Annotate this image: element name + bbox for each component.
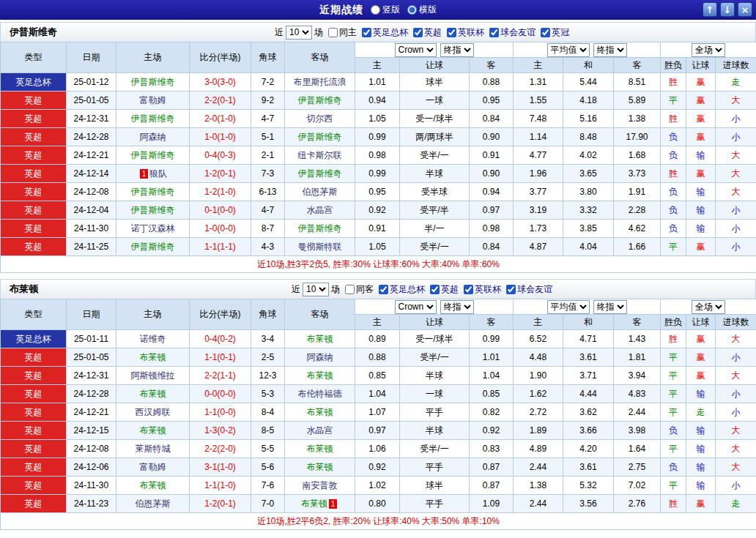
result-goals: 大 — [716, 440, 756, 458]
team-link[interactable]: 纽卡斯尔联 — [298, 150, 342, 160]
team-link[interactable]: 布莱顿 — [307, 462, 333, 472]
away-team-cell: 布莱顿 — [285, 458, 355, 477]
result-goals: 走 — [716, 495, 756, 513]
team-link[interactable]: 伊普斯维奇 — [131, 113, 175, 124]
league-filter-eflcup[interactable]: 英联杯 — [444, 26, 484, 39]
subcol-odds-away: 客 — [470, 58, 514, 73]
scroll-up-button[interactable]: ↑ — [703, 2, 717, 17]
league-filter-epl[interactable]: 英超 — [410, 26, 442, 39]
average-select[interactable]: 平均值 — [547, 43, 590, 57]
team-link[interactable]: 伊普斯维奇 — [298, 132, 342, 142]
scroll-down-button[interactable]: ↓ — [720, 2, 735, 17]
team-link[interactable]: 阿森纳 — [307, 352, 333, 362]
avg-ref-select[interactable]: 终指 — [593, 43, 627, 57]
odds-ref-select[interactable]: 终指 — [440, 300, 474, 314]
team-link[interactable]: 水晶宫 — [307, 205, 333, 215]
team-link[interactable]: 布莱顿 — [140, 352, 166, 362]
layout-option-horizontal[interactable]: 横版 — [407, 4, 437, 16]
team-link[interactable]: 伊普斯维奇 — [131, 77, 175, 87]
result-wdl: 负 — [661, 458, 686, 477]
league-filter-friendly[interactable]: 球会友谊 — [486, 26, 536, 39]
league-filter-friendly[interactable]: 球会友谊 — [503, 283, 552, 296]
vertical-radio[interactable] — [371, 5, 380, 15]
same-venue-filter[interactable]: 同主 — [325, 26, 357, 39]
result-goals: 小 — [716, 201, 756, 220]
league-filter-eflcup[interactable]: 英联杯 — [461, 283, 501, 296]
team-link[interactable]: 南安普敦 — [303, 480, 338, 490]
score-cell: 1-0(1-0) — [190, 128, 251, 146]
team-link[interactable]: 伊普斯维奇 — [131, 205, 175, 215]
bookmaker-select[interactable]: Crown — [395, 43, 437, 57]
team-link[interactable]: 曼彻斯特联 — [298, 242, 342, 252]
epl-checkbox[interactable] — [413, 28, 423, 37]
match-count-select[interactable]: 10 — [286, 26, 312, 40]
team-link[interactable]: 莱斯特城 — [136, 444, 171, 454]
same-venue-checkbox[interactable] — [345, 285, 355, 294]
team-link[interactable]: 水晶宫 — [307, 425, 333, 436]
score-cell: 1-1(0-0) — [190, 403, 251, 422]
fulltime-select[interactable]: 全场 — [692, 43, 725, 57]
team-link[interactable]: 布莱顿 — [307, 370, 333, 381]
close-button[interactable]: × — [738, 2, 752, 17]
fulltime-select[interactable]: 全场 — [692, 300, 725, 314]
col-header-corner: 角球 — [251, 299, 285, 330]
team-link[interactable]: 布莱顿 — [307, 334, 333, 344]
championship-checkbox[interactable] — [541, 28, 550, 37]
team-link[interactable]: 伯恩茅斯 — [136, 498, 171, 509]
team-link[interactable]: 富勒姆 — [140, 95, 166, 105]
team-link[interactable]: 诺维奇 — [140, 334, 166, 344]
eflcup-checkbox[interactable] — [464, 285, 473, 294]
average-select[interactable]: 平均值 — [547, 300, 590, 314]
team-link[interactable]: 伊普斯维奇 — [298, 95, 342, 105]
handicap-away-odds: 0.84 — [470, 110, 514, 128]
friendly-checkbox[interactable] — [506, 285, 516, 294]
away-team-cell: 伊普斯维奇 — [285, 220, 355, 238]
team-link[interactable]: 富勒姆 — [140, 462, 166, 472]
team-link[interactable]: 阿森纳 — [140, 132, 166, 142]
team-link[interactable]: 伊普斯维奇 — [298, 168, 342, 179]
team-link[interactable]: 布莱顿 — [140, 389, 166, 399]
team-link[interactable]: 伊普斯维奇 — [131, 187, 175, 197]
horizontal-radio[interactable] — [407, 5, 417, 15]
handicap-line: 受一/球半 — [400, 110, 470, 128]
facup-checkbox[interactable] — [362, 28, 371, 37]
handicap-away-odds: 0.90 — [470, 128, 514, 146]
away-team-cell: 水晶宫 — [285, 422, 355, 440]
match-row: 英超24-12-21西汉姆联1-1(0-0)8-4布莱顿1.07平手0.822.… — [1, 403, 756, 422]
home-team-cell: 布莱顿 — [116, 477, 190, 495]
team-link[interactable]: 狼队 — [149, 168, 167, 179]
match-date: 24-12-28 — [67, 128, 116, 146]
team-link[interactable]: 诺丁汉森林 — [131, 223, 175, 233]
same-venue-checkbox[interactable] — [328, 28, 338, 37]
team-link[interactable]: 伊普斯维奇 — [131, 150, 175, 160]
league-filter-facup[interactable]: 英足总杯 — [359, 26, 408, 39]
team-link[interactable]: 布莱顿 — [140, 480, 166, 490]
team-link[interactable]: 布莱顿 — [307, 444, 333, 454]
team-link[interactable]: 伊普斯维奇 — [131, 242, 175, 252]
team-link[interactable]: 西汉姆联 — [136, 407, 171, 417]
league-filter-championship[interactable]: 英冠 — [538, 26, 569, 39]
team-link[interactable]: 切尔西 — [307, 113, 333, 124]
eflcup-checkbox[interactable] — [447, 28, 456, 37]
odds-ref-select[interactable]: 终指 — [440, 43, 474, 57]
layout-option-vertical[interactable]: 竖版 — [371, 4, 400, 16]
team-link[interactable]: 伊普斯维奇 — [298, 223, 342, 233]
facup-checkbox[interactable] — [379, 285, 388, 294]
team-link[interactable]: 布伦特福德 — [298, 389, 342, 399]
team-link[interactable]: 布莱顿 — [307, 407, 333, 417]
team-link[interactable]: 阿斯顿维拉 — [131, 370, 175, 381]
league-filter-facup[interactable]: 英足总杯 — [376, 283, 425, 296]
team-link[interactable]: 布莱顿 — [301, 498, 327, 509]
team-link[interactable]: 伯恩茅斯 — [303, 187, 338, 197]
subcol-avg-away: 客 — [614, 315, 661, 330]
bookmaker-select[interactable]: Crown — [395, 300, 437, 314]
team-link[interactable]: 布里斯托流浪 — [294, 77, 346, 87]
team-link[interactable]: 布莱顿 — [140, 425, 166, 436]
epl-checkbox[interactable] — [430, 285, 440, 294]
avg-ref-select[interactable]: 终指 — [593, 300, 627, 314]
corner-cell: 4-3 — [251, 238, 285, 256]
friendly-checkbox[interactable] — [489, 28, 499, 37]
league-filter-epl[interactable]: 英超 — [427, 283, 459, 296]
match-count-select[interactable]: 10 — [303, 283, 329, 296]
same-venue-filter[interactable]: 同客 — [342, 283, 374, 296]
